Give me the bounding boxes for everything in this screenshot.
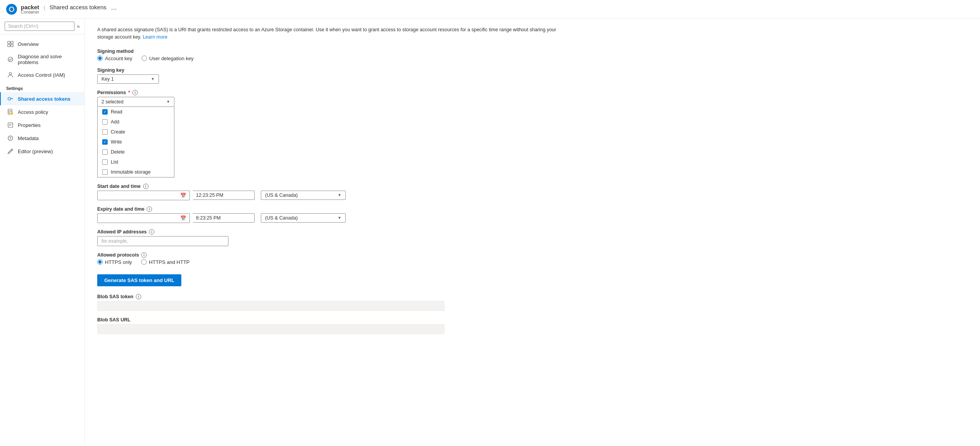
user-delegation-key-option[interactable]: User delegation key (142, 56, 194, 61)
signing-key-dropdown[interactable]: Key 1 ▼ (97, 74, 159, 84)
signing-method-section: Signing method Account key User delegati… (97, 49, 367, 61)
calendar-icon: 📅 (180, 193, 186, 198)
sidebar-item-shared-access-tokens[interactable]: Shared access tokens (0, 92, 84, 105)
create-label: Create (111, 129, 125, 135)
permissions-selected-label: 2 selected (101, 99, 123, 105)
blob-sas-url-label: Blob SAS URL (97, 317, 468, 323)
sidebar-item-label: Metadata (18, 135, 39, 141)
sidebar-item-label: Overview (18, 41, 39, 47)
permission-delete[interactable]: Delete (98, 147, 174, 157)
permissions-dropdown-header[interactable]: 2 selected ▼ (97, 97, 174, 107)
packet-icon (6, 4, 17, 15)
allowed-protocols-section: Allowed protocols i HTTPS only HTTPS and… (97, 252, 367, 265)
user-delegation-radio[interactable] (142, 56, 147, 61)
read-label: Read (111, 109, 122, 115)
permissions-container: 2 selected ▼ Read Add (97, 97, 367, 177)
more-options-button[interactable]: ··· (111, 5, 117, 13)
chevron-down-icon: ▼ (166, 100, 170, 104)
read-checkbox[interactable] (102, 109, 108, 115)
settings-section-label: Settings (0, 81, 84, 92)
expiry-date-input[interactable]: 📅 (97, 213, 190, 223)
chevron-down-icon: ▼ (151, 77, 155, 81)
allowed-ip-section: Allowed IP addresses i (97, 229, 367, 246)
start-date-info-icon[interactable]: i (143, 184, 149, 189)
delete-label: Delete (111, 149, 125, 155)
signing-method-label: Signing method (97, 49, 367, 54)
search-input[interactable] (5, 22, 74, 31)
learn-more-link[interactable]: Learn more (143, 34, 167, 40)
metadata-icon (7, 135, 14, 142)
allowed-protocols-radio-group: HTTPS only HTTPS and HTTP (97, 259, 367, 265)
permission-immutable-storage[interactable]: Immutable storage (98, 167, 174, 177)
permission-read[interactable]: Read (98, 107, 174, 117)
svg-rect-10 (8, 123, 13, 127)
start-timezone-dropdown[interactable]: (US & Canada) ▼ (261, 191, 346, 200)
page-title: Shared access tokens (49, 4, 106, 10)
sidebar-item-diagnose[interactable]: Diagnose and solve problems (0, 51, 84, 68)
write-checkbox[interactable] (102, 139, 108, 145)
sidebar-search-row: « (0, 19, 84, 34)
signing-key-value: Key 1 (101, 76, 114, 82)
page-description: A shared access signature (SAS) is a URI… (97, 26, 560, 41)
sidebar-item-label: Editor (preview) (18, 149, 53, 154)
sidebar-item-iam[interactable]: Access Control (IAM) (0, 68, 84, 81)
properties-icon (7, 122, 14, 128)
start-date-input[interactable]: 📅 (97, 191, 190, 200)
svg-rect-2 (11, 41, 13, 44)
add-checkbox[interactable] (102, 119, 108, 125)
start-time-input[interactable]: 12:23:25 PM (193, 191, 255, 200)
immutable-storage-checkbox[interactable] (102, 169, 108, 175)
generate-sas-button[interactable]: Generate SAS token and URL (97, 274, 181, 286)
expiry-time-input[interactable]: 8:23:25 PM (193, 213, 255, 223)
policy-icon (7, 108, 14, 115)
required-asterisk: * (128, 90, 130, 95)
chevron-down-icon: ▼ (338, 216, 341, 220)
sidebar-item-access-policy[interactable]: Access policy (0, 105, 84, 118)
collapse-button[interactable]: « (77, 23, 80, 29)
start-datetime-row: 📅 12:23:25 PM (US & Canada) ▼ (97, 191, 367, 200)
https-only-radio[interactable] (97, 259, 103, 265)
account-key-radio[interactable] (97, 56, 103, 61)
https-http-label: HTTPS and HTTP (149, 259, 189, 265)
sidebar-item-label: Shared access tokens (18, 96, 71, 102)
allowed-ip-info-icon[interactable]: i (149, 229, 154, 235)
https-http-radio[interactable] (141, 259, 147, 265)
permission-create[interactable]: Create (98, 127, 174, 137)
permission-write[interactable]: Write (98, 137, 174, 147)
sidebar-item-label: Access Control (IAM) (18, 72, 65, 78)
list-checkbox[interactable] (102, 159, 108, 165)
calendar-icon: 📅 (180, 215, 186, 221)
access-control-icon (7, 71, 14, 78)
sidebar-item-properties[interactable]: Properties (0, 118, 84, 132)
permissions-info-icon[interactable]: i (132, 90, 138, 95)
https-only-option[interactable]: HTTPS only (97, 259, 132, 265)
sidebar-item-overview[interactable]: Overview (0, 37, 84, 51)
blob-sas-token-info-icon[interactable]: i (136, 294, 141, 299)
expiry-datetime-row: 📅 8:23:25 PM (US & Canada) ▼ (97, 213, 367, 223)
expiry-timezone-dropdown[interactable]: (US & Canada) ▼ (261, 213, 346, 223)
allowed-protocols-label: Allowed protocols i (97, 252, 367, 258)
chevron-down-icon: ▼ (338, 193, 341, 197)
sidebar-item-editor[interactable]: Editor (preview) (0, 145, 84, 158)
permission-add[interactable]: Add (98, 117, 174, 127)
allowed-protocols-info-icon[interactable]: i (141, 252, 147, 258)
https-and-http-option[interactable]: HTTPS and HTTP (141, 259, 189, 265)
blob-sas-token-input[interactable] (97, 301, 444, 311)
svg-point-6 (9, 73, 12, 75)
blob-sas-url-input[interactable] (97, 324, 444, 334)
https-only-label: HTTPS only (105, 259, 132, 265)
svg-rect-1 (8, 41, 10, 44)
permissions-section: Permissions * i 2 selected ▼ Read (97, 90, 367, 177)
blob-sas-token-section: Blob SAS token i (97, 294, 468, 311)
permission-list[interactable]: List (98, 157, 174, 167)
sidebar-item-metadata[interactable]: Metadata (0, 132, 84, 145)
immutable-storage-label: Immutable storage (111, 169, 151, 175)
allowed-ip-input[interactable] (97, 236, 228, 246)
delete-checkbox[interactable] (102, 149, 108, 155)
layout: « Overview Diagnose and solve problems A… (0, 19, 980, 446)
expiry-date-info-icon[interactable]: i (147, 206, 152, 212)
create-checkbox[interactable] (102, 129, 108, 135)
blob-sas-token-label: Blob SAS token i (97, 294, 468, 299)
account-key-option[interactable]: Account key (97, 56, 132, 61)
signing-key-section: Signing key Key 1 ▼ (97, 68, 367, 84)
